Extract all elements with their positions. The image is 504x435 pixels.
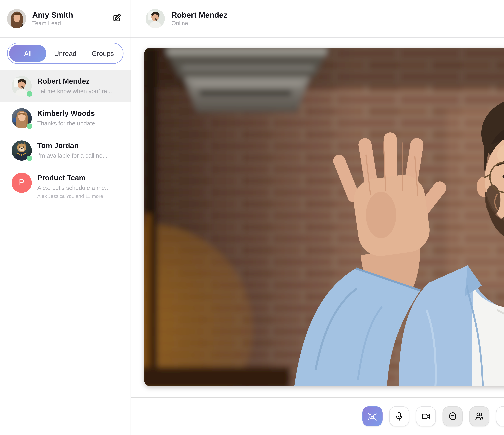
- chat-name: Product Team: [37, 173, 110, 182]
- avatar: [12, 140, 32, 161]
- sidebar-header: Amy Smith Team Lead: [0, 0, 131, 38]
- group-letter-avatar: P: [12, 173, 32, 193]
- chat-preview: I'm available for a call no...: [37, 152, 108, 160]
- call-panel: Robert Mendez Online W21-553-241: [131, 0, 504, 435]
- online-status-dot: [27, 123, 32, 129]
- more-options-button[interactable]: [496, 406, 504, 426]
- avatar: [12, 76, 32, 96]
- peer-identity: Robert Mendez Online: [171, 10, 504, 27]
- tab-unread[interactable]: Unread: [46, 45, 84, 62]
- microphone-icon: [394, 411, 405, 422]
- compose-icon: [112, 13, 122, 25]
- controls-divider: [131, 397, 504, 398]
- app-window: Amy Smith Team Lead All Unread Groups: [0, 0, 504, 435]
- online-status-dot: [27, 156, 32, 161]
- microphone-button[interactable]: [389, 406, 409, 426]
- tab-all[interactable]: All: [9, 45, 46, 62]
- chat-texts: Robert Mendez Let me know when you` re..…: [37, 76, 112, 95]
- ai-assistant-button[interactable]: AI: [362, 406, 383, 426]
- chat-item-product-team[interactable]: P Product Team Alex: Let's schedule a me…: [0, 167, 131, 205]
- amy-avatar-image: [7, 9, 26, 28]
- chat-list: Robert Mendez Let me know when you` re..…: [0, 70, 131, 205]
- chat-preview: Alex: Let's schedule a me...: [37, 184, 110, 192]
- avatar: [7, 9, 26, 28]
- chat-preview: Thanks for the update!: [37, 119, 97, 127]
- chat-icon: [447, 411, 458, 422]
- chat-name: Robert Mendez: [37, 77, 112, 86]
- peer-status: Online: [171, 20, 504, 27]
- chat-item-tom-jordan[interactable]: Tom Jordan I'm available for a call no..…: [0, 134, 131, 167]
- peer-name: Robert Mendez: [171, 10, 504, 20]
- chat-name: Tom Jordan: [37, 141, 108, 150]
- video-camera-button[interactable]: [416, 406, 436, 426]
- chat-button[interactable]: [442, 406, 463, 426]
- chat-members: Alex Jessica You and 11 more: [37, 193, 110, 199]
- avatar: [12, 108, 32, 128]
- chat-texts: Kimberly Woods Thanks for the update!: [37, 108, 97, 127]
- chat-item-kimberly-woods[interactable]: Kimberly Woods Thanks for the update!: [0, 102, 131, 134]
- chat-filter-tabs: All Unread Groups: [7, 43, 124, 64]
- new-chat-button[interactable]: [111, 13, 123, 25]
- ai-assistant-icon: AI: [366, 410, 378, 422]
- profile-name: Amy Smith: [32, 10, 111, 20]
- call-controls: AI: [131, 406, 504, 426]
- participants-button[interactable]: [469, 406, 489, 426]
- avatar: [146, 9, 165, 28]
- chat-name: Kimberly Woods: [37, 109, 97, 118]
- avatar: P: [12, 173, 32, 193]
- call-header: Robert Mendez Online W21-553-241: [131, 0, 504, 38]
- svg-text:AI: AI: [371, 415, 374, 418]
- sidebar: Amy Smith Team Lead All Unread Groups: [0, 0, 131, 435]
- online-status-dot: [27, 91, 32, 97]
- profile-identity: Amy Smith Team Lead: [32, 10, 111, 27]
- more-options-icon: [500, 411, 504, 422]
- chat-texts: Tom Jordan I'm available for a call no..…: [37, 140, 108, 160]
- robert-avatar-image: [146, 9, 165, 28]
- chat-item-robert-mendez[interactable]: Robert Mendez Let me know when you` re..…: [0, 70, 131, 102]
- profile-role: Team Lead: [32, 20, 111, 27]
- chat-preview: Let me know when you` re...: [37, 87, 112, 95]
- participants-icon: [474, 411, 485, 422]
- video-camera-icon: [420, 411, 432, 422]
- remote-video-feed: [144, 48, 504, 386]
- chat-texts: Product Team Alex: Let's schedule a me..…: [37, 173, 110, 199]
- video-frame-illustration: [144, 48, 504, 386]
- tab-groups[interactable]: Groups: [84, 45, 121, 62]
